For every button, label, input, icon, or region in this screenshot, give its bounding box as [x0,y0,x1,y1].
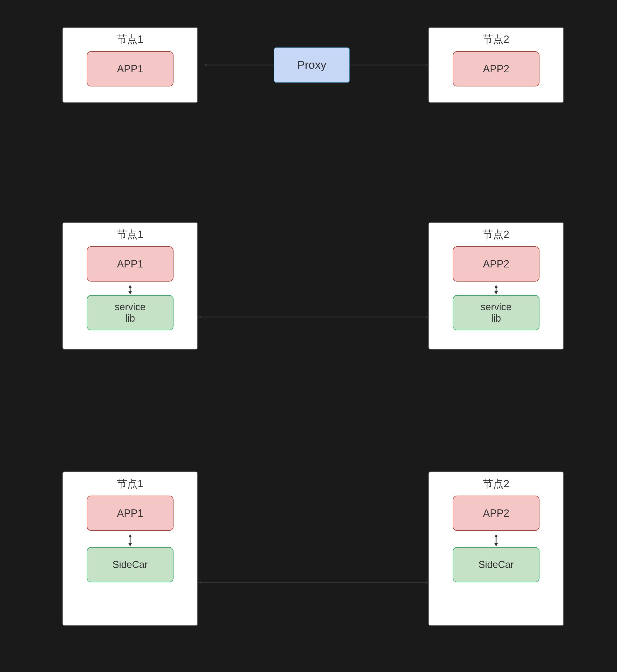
svg-marker-1 [204,63,207,67]
app1-box: APP1 [87,51,174,86]
node1-label-d2: 节点1 [63,223,197,244]
node2-label: 节点2 [429,28,563,48]
sidecar2-box-d3: SideCar [453,547,540,582]
node2-label-d3: 节点2 [429,472,563,493]
diagram-3: 节点1 APP1 SideCar 节点2 APP2 SideCar [0,461,617,650]
diagram-2: 节点1 APP1 servicelib 节点2 APP2 servicelib [0,211,617,368]
node1-label: 节点1 [63,28,197,48]
node2-label-d2: 节点2 [429,223,563,244]
svg-marker-3 [426,63,428,67]
svg-marker-11 [199,315,201,319]
node1-label-d3: 节点1 [63,472,197,493]
proxy-box: Proxy [274,47,350,83]
app2-box-d2: APP2 [453,246,540,282]
diagram-1: 节点1 APP1 节点2 APP2 Proxy [0,16,617,125]
app1-box-d2: APP1 [87,246,174,282]
svg-marker-17 [494,543,498,547]
node2-box-d2: 节点2 APP2 servicelib [428,222,564,350]
app2-box: APP2 [453,51,540,86]
node2-box-d3: 节点2 APP2 SideCar [428,471,564,626]
svg-marker-20 [199,581,201,584]
node1-box-d3: 节点1 APP1 SideCar [62,471,198,626]
svg-marker-12 [426,315,428,319]
servicelib2-box-d2: servicelib [453,295,540,330]
svg-marker-14 [129,543,132,547]
app2-box-d3: APP2 [453,495,540,531]
app1-box-d3: APP1 [87,495,174,531]
sidecar1-box-d3: SideCar [87,547,174,582]
node1-box-d2: 节点1 APP1 servicelib [62,222,198,350]
servicelib1-box-d2: servicelib [87,295,174,330]
node2-box: 节点2 APP2 [428,27,564,103]
node1-box: 节点1 APP1 [62,27,198,103]
svg-marker-21 [426,581,428,584]
